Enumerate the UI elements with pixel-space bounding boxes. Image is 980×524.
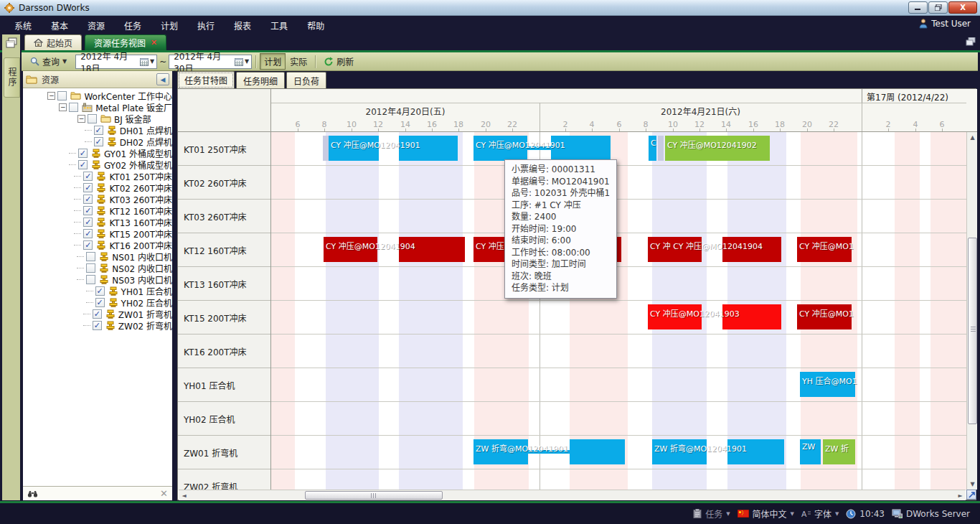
date-from-dropdown-arrow[interactable]: ▼ [150, 58, 154, 65]
dropdown-arrow-icon[interactable]: ▼ [791, 511, 794, 517]
tree-checkbox[interactable]: ✓ [93, 321, 102, 330]
plan-toggle-button[interactable]: 计划 [260, 53, 286, 70]
tree-checkbox[interactable] [86, 252, 95, 261]
binoculars-search-icon[interactable] [27, 490, 38, 497]
close-button[interactable]: X [948, 1, 977, 14]
tree-item[interactable]: ✓ZW01 折弯机 [23, 308, 172, 319]
minimize-button[interactable] [908, 1, 928, 14]
actual-toggle-button[interactable]: 实际 [286, 53, 311, 70]
tree-checkbox[interactable]: ✓ [78, 160, 88, 169]
menu-item-帮助[interactable]: 帮助 [300, 17, 331, 34]
tree-item[interactable]: ✓DH01 点焊机 [23, 124, 172, 136]
gantt-task-bar[interactable] [570, 439, 625, 464]
tree-checkbox[interactable]: ✓ [83, 217, 93, 227]
tree-checkbox[interactable]: ✓ [95, 298, 105, 307]
calendar-icon[interactable] [235, 57, 243, 66]
scroll-right-icon[interactable]: ► [955, 490, 966, 501]
menu-item-报表[interactable]: 报表 [227, 17, 258, 34]
doc-tab[interactable]: 起始页 [24, 34, 82, 50]
tree-checkbox[interactable] [86, 275, 95, 284]
statusbar-item-flag[interactable]: 简体中文▼ [738, 507, 794, 520]
scroll-up-icon[interactable]: ▲ [967, 132, 978, 143]
tab-close-icon[interactable]: ✕ [151, 38, 157, 47]
scroll-left-icon[interactable]: ◄ [179, 490, 189, 501]
tree-checkbox[interactable]: ✓ [95, 286, 105, 296]
tree-item[interactable]: ✓YH02 压合机 [23, 296, 172, 308]
tree-item[interactable]: ✓GY01 外桶成型机 [23, 147, 172, 159]
menu-item-资源[interactable]: 资源 [80, 17, 112, 34]
gantt-task-label: ZW [802, 442, 815, 452]
tree-checkbox[interactable]: ✓ [94, 137, 103, 146]
menu-item-计划[interactable]: 计划 [154, 17, 185, 34]
menu-item-任务[interactable]: 任务 [117, 17, 149, 34]
menu-item-执行[interactable]: 执行 [190, 17, 222, 34]
user-indicator[interactable]: Test User [919, 19, 971, 29]
tree-checkbox[interactable]: ✓ [83, 172, 93, 181]
view-tab-active[interactable]: 任务甘特图 [177, 71, 235, 89]
tree-item[interactable]: ✓YH01 压合机 [23, 285, 172, 296]
menu-item-基本[interactable]: 基本 [44, 17, 75, 34]
gantt-task-bar[interactable] [658, 136, 664, 161]
panel-close-icon[interactable]: ✕ [160, 488, 168, 499]
tree-item[interactable]: −Metal Plate 钣金厂 [23, 101, 172, 113]
restore-button[interactable] [928, 1, 948, 14]
horizontal-scrollbar[interactable]: ◄ ► [179, 490, 966, 500]
tree-item[interactable]: NS02 内收口机 [23, 262, 172, 273]
horizontal-scrollbar-thumb[interactable] [305, 491, 443, 500]
tree-item[interactable]: ✓ZW02 折弯机 [23, 319, 172, 331]
gantt-task-bar[interactable] [323, 136, 329, 161]
doc-tab[interactable]: 资源任务视图✕ [85, 34, 166, 50]
query-button[interactable]: 查询 ▼ [26, 53, 71, 70]
tree-checkbox[interactable]: ✓ [94, 126, 103, 135]
tree-item[interactable]: ✓KT15 200T冲床 [23, 228, 172, 239]
tree-checkbox[interactable]: ✓ [83, 195, 93, 204]
scroll-down-icon[interactable]: ▼ [967, 479, 978, 490]
tree-item[interactable]: ✓KT16 200T冲床 [23, 239, 172, 251]
tree-item[interactable]: NS01 内收口机 [23, 251, 172, 262]
tree-checkbox[interactable]: ✓ [83, 240, 93, 250]
tree-checkbox[interactable]: ✓ [78, 149, 88, 158]
dropdown-arrow-icon[interactable]: ▼ [835, 511, 839, 517]
tree-item[interactable]: −WorkCenter 工作中心 [23, 90, 172, 101]
tree-expander-icon[interactable]: − [59, 103, 67, 111]
query-dropdown-arrow[interactable]: ▼ [62, 58, 67, 65]
menu-item-系统[interactable]: 系统 [7, 17, 39, 34]
date-from-field[interactable]: 2012年 4月18日 ▼ [75, 55, 157, 69]
tree-item[interactable]: ✓KT03 260T冲床 [23, 193, 172, 205]
tree-item[interactable]: ✓KT12 160T冲床 [23, 205, 172, 216]
dock-tab-program[interactable]: 程序 [4, 57, 20, 98]
tree-item[interactable]: ✓KT02 260T冲床 [23, 182, 172, 193]
tree-checkbox[interactable] [69, 103, 78, 112]
view-tab-inactive[interactable]: 日负荷 [286, 72, 326, 89]
tree-item[interactable]: −BJ 钣金部 [23, 113, 172, 124]
tree-expander-icon[interactable]: − [47, 92, 55, 100]
tree-item[interactable]: ✓DH02 点焊机 [23, 136, 172, 147]
tree-checkbox[interactable]: ✓ [83, 206, 93, 215]
tree-checkbox[interactable]: ✓ [83, 183, 93, 192]
date-to-field[interactable]: 2012年 4月30日 ▼ [169, 55, 252, 69]
tree-checkbox[interactable] [57, 91, 67, 100]
scroll-jump-button[interactable] [966, 490, 976, 500]
dropdown-arrow-icon[interactable]: ▼ [726, 511, 730, 517]
tree-expander-icon[interactable]: − [77, 115, 85, 123]
statusbar-item-clipboard[interactable]: 任务▼ [693, 507, 730, 520]
vertical-scrollbar[interactable]: ▲ ▼ [966, 132, 977, 490]
tree-item[interactable]: ✓KT01 250T冲床 [23, 170, 172, 182]
tree-checkbox[interactable] [86, 263, 95, 273]
tree-checkbox[interactable]: ✓ [93, 309, 102, 319]
date-to-dropdown-arrow[interactable]: ▼ [245, 58, 249, 65]
tree-item[interactable]: ✓GY02 外桶成型机 [23, 159, 172, 170]
tab-list-icon[interactable] [966, 37, 976, 46]
statusbar-item-font[interactable]: A字体▼ [801, 507, 839, 520]
tree-checkbox[interactable] [88, 114, 97, 123]
tree-item[interactable]: ✓KT13 160T冲床 [23, 216, 172, 228]
tree-checkbox[interactable]: ✓ [83, 229, 93, 238]
panel-collapse-button[interactable]: ◀ [156, 73, 169, 85]
tree-item[interactable]: NS03 内收口机 [23, 273, 172, 285]
refresh-button[interactable]: 刷新 [319, 53, 358, 70]
calendar-icon[interactable] [140, 57, 149, 66]
vertical-scrollbar-thumb[interactable] [968, 238, 977, 424]
view-tab-inactive[interactable]: 任务明细 [236, 72, 285, 89]
windows-stack-icon[interactable] [5, 37, 18, 49]
menu-item-工具[interactable]: 工具 [263, 17, 295, 34]
